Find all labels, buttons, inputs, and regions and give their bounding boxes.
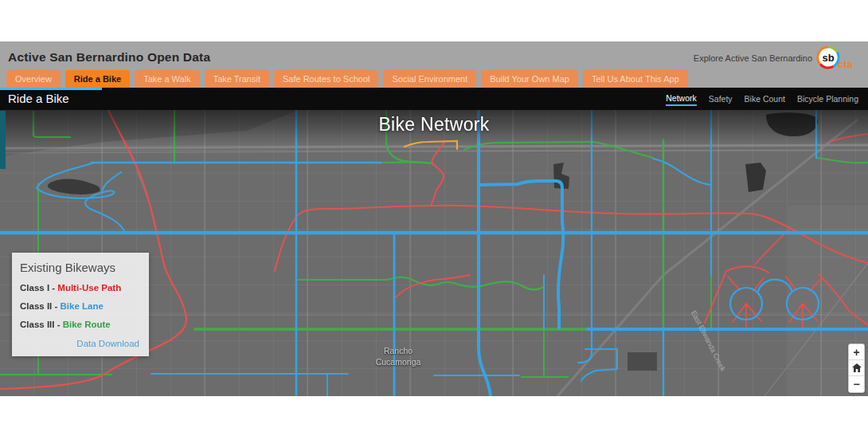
home-icon	[852, 363, 862, 372]
map-controls: + −	[848, 344, 865, 393]
legend-entry-class2: Class II - Bike Lane	[20, 301, 139, 311]
tab-take-a-walk[interactable]: Take a Walk	[135, 70, 200, 88]
map-canvas[interactable]: Bike Network Rancho Cucamonga East Etiwa…	[0, 110, 868, 396]
legend-class3-value: Bike Route	[63, 320, 111, 329]
tab-take-transit[interactable]: Take Transit	[205, 70, 269, 88]
legend-entry-class3: Class III - Bike Route	[20, 320, 139, 329]
page-top-margin	[0, 0, 868, 41]
tab-overview[interactable]: Overview	[6, 70, 61, 88]
subnav-bike-count[interactable]: Bike Count	[745, 92, 785, 105]
page-bottom-margin	[0, 396, 868, 432]
tab-tell-us-about-this-app[interactable]: Tell Us About This App	[583, 70, 688, 88]
subnav-bicycle-planning[interactable]: Bicycle Planning	[797, 92, 858, 105]
tab-build-your-own-map[interactable]: Build Your Own Map	[481, 70, 578, 88]
legend-class2-value: Bike Lane	[61, 301, 104, 311]
sbcta-logo-text: cta	[838, 58, 853, 70]
map-title: Bike Network	[0, 114, 868, 135]
zoom-out-button[interactable]: −	[849, 376, 864, 392]
place-label-rancho-cucamonga: Rancho Cucamonga	[360, 345, 436, 367]
app-header: Active San Bernardino Open Data Explore …	[0, 41, 868, 88]
subnav-network[interactable]: Network	[666, 92, 697, 106]
explore-link[interactable]: Explore Active San Bernardino	[694, 53, 812, 63]
main-tab-row: Overview Ride a Bike Take a Walk Take Tr…	[6, 70, 688, 88]
section-nav: Network Safety Bike Count Bicycle Planni…	[666, 88, 858, 110]
page-title: Active San Bernardino Open Data	[8, 50, 210, 65]
section-title: Ride a Bike	[8, 92, 69, 105]
loading-progress-bar	[0, 88, 102, 90]
legend-title: Existing Bikeways	[20, 261, 139, 274]
home-button[interactable]	[849, 360, 864, 376]
tab-social-environment[interactable]: Social Environment	[383, 70, 476, 88]
sbcta-logo[interactable]: sb cta	[815, 44, 860, 76]
legend-panel: Existing Bikeways Class I - Multi-Use Pa…	[12, 253, 149, 356]
subnav-safety[interactable]: Safety	[709, 92, 733, 105]
tab-safe-routes-to-school[interactable]: Safe Routes to School	[274, 70, 378, 88]
legend-entry-class1: Class I - Multi-Use Path	[20, 283, 139, 293]
section-header: Ride a Bike Network Safety Bike Count Bi…	[0, 88, 868, 110]
tab-ride-a-bike[interactable]: Ride a Bike	[65, 70, 130, 88]
legend-class1-value: Multi-Use Path	[57, 283, 121, 293]
data-download-link[interactable]: Data Download	[20, 339, 139, 348]
svg-text:sb: sb	[822, 52, 834, 64]
zoom-in-button[interactable]: +	[849, 344, 864, 360]
